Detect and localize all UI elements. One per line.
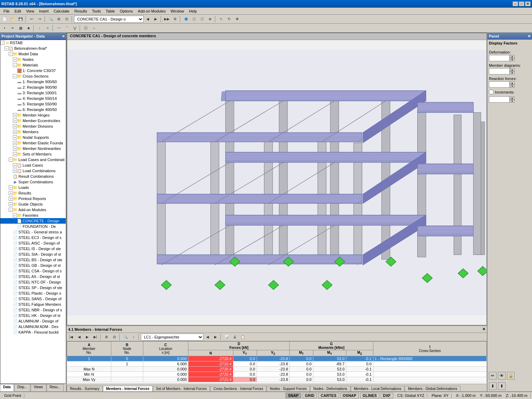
tree-root[interactable]: − 🖥 RSTAB: [0, 40, 66, 46]
member-diagrams-input[interactable]: [489, 68, 510, 74]
new-button[interactable]: 📄: [1, 15, 8, 23]
tab-nodes-deform[interactable]: Nodes - Deformations: [310, 386, 350, 391]
deformation-down[interactable]: ▼: [510, 58, 515, 61]
tree-steel-sans[interactable]: 📄 STEEL SANS - Design of: [0, 296, 66, 302]
tree-steel-csa[interactable]: 📄 STEEL CSA - Design of s: [0, 268, 66, 274]
tree-cs2[interactable]: ▬ 2: Rectangle 900/90: [0, 85, 66, 90]
tree-hinges[interactable]: + 📁 Member Hinges: [0, 112, 66, 118]
expand-lc-comb[interactable]: +: [13, 169, 17, 173]
tree-steel-aisc[interactable]: 📄 STEEL AISC - Design of: [0, 240, 66, 246]
deformation-input[interactable]: [489, 55, 510, 61]
status-dxf[interactable]: DXF: [381, 393, 393, 398]
tree-steel-gb[interactable]: 📄 STEEL GB - Design of st: [0, 263, 66, 268]
tree-cs3[interactable]: ▬ 3: Rectangle 1000/1: [0, 90, 66, 96]
dim-btn[interactable]: ↔: [90, 24, 98, 32]
bt-excel[interactable]: 📋: [239, 333, 247, 341]
expand-nl[interactable]: +: [13, 146, 17, 151]
tree-sets[interactable]: + 📁 Sets of Members: [0, 151, 66, 157]
bt-expand[interactable]: ⊞: [103, 333, 110, 341]
node-btn[interactable]: •: [1, 24, 8, 32]
status-osnap[interactable]: OSNAP: [340, 393, 359, 398]
bt-filter[interactable]: 🔍: [122, 333, 129, 341]
md-up[interactable]: ▲: [510, 68, 515, 71]
menu-options[interactable]: Options: [118, 8, 135, 14]
tree-elastic[interactable]: + 📁 Member Elastic Founda: [0, 140, 66, 146]
maximize-button[interactable]: □: [519, 1, 524, 6]
tree-aluminum-adm[interactable]: 📄 ALUMINUM ADM - Des: [0, 324, 66, 329]
menu-file[interactable]: File: [1, 8, 12, 14]
menu-window[interactable]: Window: [168, 8, 186, 14]
reaction-forces-input[interactable]: [489, 81, 510, 88]
tree-sc[interactable]: ▶ Super Combinations: [0, 179, 66, 185]
rp-edit-btn[interactable]: ✏: [489, 372, 497, 380]
tree-steel-fatigue[interactable]: 📄 STEEL Fatigue Members: [0, 302, 66, 307]
expand-lc[interactable]: −: [9, 158, 13, 162]
status-glines[interactable]: GLINES: [360, 393, 379, 398]
minimize-button[interactable]: ─: [513, 1, 518, 6]
menu-view[interactable]: View: [24, 8, 37, 14]
expand-lc-cases[interactable]: +: [13, 163, 17, 167]
table-row[interactable]: 1 5 0.000 -2720.4 0.0 -23.8 0.0 53.0 -0.…: [67, 356, 487, 361]
table-row[interactable]: 1 6.000 -2720.4 0.0 -23.8 0.0 -89.7 0.0: [67, 361, 487, 367]
status-cartes[interactable]: CARTES: [318, 393, 339, 398]
tab-members-global[interactable]: Members - Global Deformations: [405, 386, 460, 391]
table-row[interactable]: Min N 0.000 -2720.4 0.0 -23.8 0.0 53.0 -…: [67, 372, 487, 377]
tree-steel-sp[interactable]: 📄 STEEL SP - Design of ste: [0, 285, 66, 290]
tree-steel-ec3[interactable]: 📄 STEEL EC3 - Design of s: [0, 235, 66, 240]
tree-concrete[interactable]: 🧱 1: Concrete C30/37: [0, 68, 66, 73]
rp-import-btn[interactable]: ⬆: [498, 382, 506, 390]
tree-container[interactable]: − 🖥 RSTAB − 📋 Betonrahmen-final* − 📁 Mod…: [0, 40, 66, 384]
show-all-button[interactable]: ⊕: [206, 15, 214, 23]
navigator-close[interactable]: ✕: [62, 34, 65, 38]
bt-lc-next[interactable]: ▶: [212, 333, 219, 341]
expand-hinges[interactable]: +: [13, 113, 17, 117]
settings-button[interactable]: ⚙: [171, 15, 179, 23]
tree-steel-as[interactable]: 📄 STEEL AS - Design of st: [0, 274, 66, 279]
member-btn[interactable]: ━: [9, 24, 16, 32]
expand-ns[interactable]: +: [13, 135, 17, 139]
zoom-button[interactable]: 🔍: [47, 15, 55, 23]
expand-elastic[interactable]: +: [13, 141, 17, 145]
solid-btn[interactable]: ■: [25, 24, 32, 32]
tree-concrete-design[interactable]: 📄 CONCRETE - Design: [0, 218, 66, 224]
menu-calculate[interactable]: Calculate: [51, 8, 72, 14]
tab-data[interactable]: Data: [0, 384, 14, 391]
tab-results-summary[interactable]: Results - Summary: [67, 386, 103, 391]
tab-views[interactable]: Views: [31, 384, 46, 391]
expand-root[interactable]: −: [0, 41, 5, 45]
tree-aluminum[interactable]: 📄 ALUMINUM - Design of: [0, 318, 66, 324]
bt-sort[interactable]: ↕: [130, 333, 137, 341]
rf-up[interactable]: ▲: [510, 81, 515, 85]
rp-lock-btn[interactable]: 🔒: [507, 372, 515, 380]
expand-project[interactable]: −: [5, 46, 9, 50]
table-row[interactable]: Max Vy 0.000 -2720.4 0.0 -23.8 0.0 53.0 …: [67, 377, 487, 382]
view3d-button[interactable]: 🔷: [182, 15, 190, 23]
rp-view-btn[interactable]: 👁: [498, 372, 506, 380]
expand-addon[interactable]: −: [9, 208, 13, 212]
bt-lc-prev[interactable]: ◀: [204, 333, 211, 341]
bt-print[interactable]: 🖨: [231, 333, 239, 341]
tree-steel-plastic[interactable]: 📄 STEEL Plastic - Design o: [0, 290, 66, 296]
bt-next[interactable]: ▶: [83, 333, 91, 341]
expand-guide[interactable]: +: [9, 202, 13, 206]
zoom-window-button[interactable]: ⊡: [63, 15, 71, 23]
tree-nodalsupports[interactable]: + 📁 Nodal Supports: [0, 135, 66, 140]
bottom-panel-close[interactable]: ✕: [482, 327, 485, 332]
redo-button[interactable]: ↪: [36, 15, 43, 23]
tree-modeldata[interactable]: − 📁 Model Data: [0, 51, 66, 57]
md-down[interactable]: ▼: [510, 71, 515, 74]
inc-down[interactable]: ▼: [510, 99, 515, 103]
expand-results[interactable]: +: [9, 191, 13, 195]
tree-project[interactable]: − 📋 Betonrahmen-final*: [0, 46, 66, 51]
tree-steel-general[interactable]: 📄 STEEL - General stress a: [0, 229, 66, 235]
run-button[interactable]: ▶▶: [163, 15, 171, 23]
next-button[interactable]: ▶: [152, 15, 160, 23]
tree-eccentricities[interactable]: + 📁 Member Eccentricities: [0, 118, 66, 123]
pan-button[interactable]: ✥: [233, 15, 241, 23]
tree-nonlinear[interactable]: + 📁 Member Nonlinearities: [0, 146, 66, 151]
tree-kappa[interactable]: 📄 KAPPA - Flexural buckli: [0, 329, 66, 335]
hide-button[interactable]: ☐: [198, 15, 206, 23]
shear-btn[interactable]: ⋁: [71, 24, 79, 32]
expand-fav[interactable]: −: [13, 213, 17, 217]
moment-btn[interactable]: ⌒: [63, 24, 71, 32]
